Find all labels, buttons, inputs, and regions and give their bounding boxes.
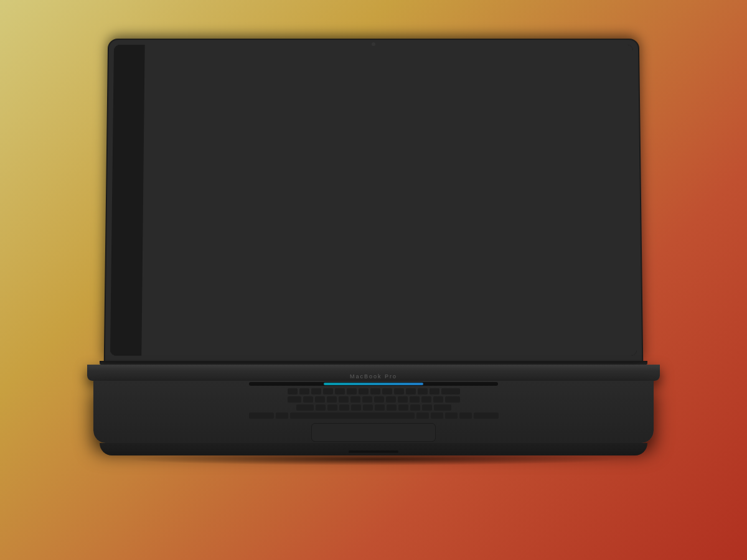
key: [276, 413, 288, 419]
key: [370, 388, 380, 394]
keyboard-row: [296, 404, 451, 411]
key: [288, 388, 298, 394]
key: [382, 388, 392, 394]
key: [323, 388, 333, 394]
camera: [372, 42, 375, 46]
key: [431, 413, 443, 419]
key: [410, 396, 420, 403]
keyboard-row: [249, 413, 499, 419]
key: [394, 388, 404, 394]
key: [351, 404, 361, 411]
macbook-label: MacBook Pro: [350, 373, 397, 380]
trackpad: [311, 423, 436, 442]
key: [445, 396, 460, 403]
key: [288, 396, 301, 403]
key: [441, 388, 460, 394]
screen-bezel: Keyboard Shortcuts Cmd / Channels & DMs: [110, 45, 637, 356]
key: [410, 404, 420, 411]
key: [249, 413, 274, 419]
key: [327, 396, 337, 403]
key: [359, 388, 369, 394]
key: [416, 413, 429, 419]
key: [327, 404, 337, 411]
key: [299, 388, 309, 394]
app-sidebar: [110, 45, 145, 356]
keyboard-row: [288, 388, 460, 394]
key: [433, 396, 443, 403]
key: [362, 396, 372, 403]
keyboard-row: [288, 396, 460, 403]
app-main: [141, 45, 637, 356]
vent-slot: [349, 450, 398, 453]
key: [374, 396, 384, 403]
key: [303, 396, 313, 403]
laptop-lid: Keyboard Shortcuts Cmd / Channels & DMs: [104, 39, 644, 362]
key: [445, 413, 458, 419]
bottom-chassis: [100, 443, 647, 455]
touchbar: [249, 382, 498, 386]
key: [398, 404, 408, 411]
key: [296, 404, 314, 411]
key: [315, 396, 325, 403]
key: [339, 396, 349, 403]
key: [434, 404, 451, 411]
key: [375, 404, 385, 411]
spacebar-key: [290, 413, 415, 419]
app-background: [110, 45, 637, 356]
key: [474, 413, 499, 419]
key: [347, 388, 357, 394]
key: [387, 404, 397, 411]
key: [430, 388, 439, 394]
key: [363, 404, 373, 411]
key: [350, 396, 360, 403]
screen: Keyboard Shortcuts Cmd / Channels & DMs: [110, 45, 637, 356]
key: [418, 388, 428, 394]
key: [459, 413, 472, 419]
scene: Keyboard Shortcuts Cmd / Channels & DMs: [93, 37, 654, 523]
keyboard-area: [93, 381, 654, 443]
laptop-base: MacBook Pro: [87, 365, 660, 381]
key: [311, 388, 321, 394]
key: [422, 404, 432, 411]
key: [335, 388, 345, 394]
key: [406, 388, 416, 394]
key: [421, 396, 431, 403]
key: [316, 404, 326, 411]
key: [339, 404, 349, 411]
key: [386, 396, 396, 403]
key: [398, 396, 408, 403]
